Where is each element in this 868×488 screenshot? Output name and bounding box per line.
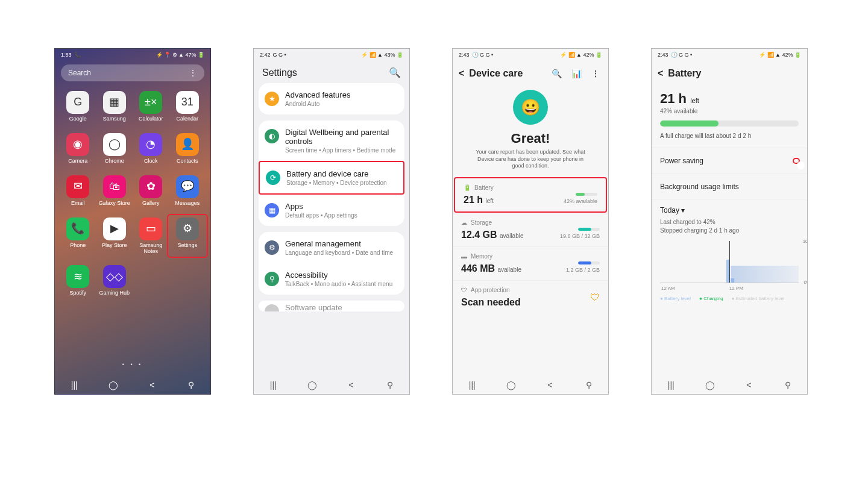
search-icon[interactable]: 🔍	[549, 69, 564, 78]
home-button[interactable]: ◯	[704, 380, 716, 390]
settings-item-title: General management	[285, 239, 393, 248]
more-icon[interactable]: ⋮	[189, 68, 197, 78]
memory-row[interactable]: ▬Memory 446 MB available 1.2 GB / 2 GB	[453, 246, 608, 280]
app-camera[interactable]: ◉Camera	[60, 133, 96, 164]
app-label: Google	[69, 116, 87, 122]
settings-item-title: Battery and device care	[286, 169, 387, 178]
pct-available: 42% available	[660, 108, 799, 114]
legend-charging: Charging	[699, 296, 723, 301]
accessibility-button[interactable]: ⚲	[782, 380, 794, 390]
recents-button[interactable]: |||	[665, 380, 677, 390]
app-calculator[interactable]: ±×Calculator	[133, 91, 169, 122]
app-icon: ✿	[139, 175, 162, 198]
x-right: 12 PM	[729, 286, 743, 291]
recents-button[interactable]: |||	[68, 380, 80, 390]
status-icons: ⚡ 📶 ▲ 42% 🔋	[759, 52, 801, 58]
app-label: Email	[71, 201, 85, 207]
settings-item-subtitle: Default apps • App settings	[285, 212, 357, 219]
recents-button[interactable]: |||	[267, 380, 279, 390]
app-icon: ✉	[66, 175, 89, 198]
app-search-bar[interactable]: Search ⋮	[61, 64, 204, 81]
phone-icon: 📞	[74, 52, 81, 58]
power-saving-row[interactable]: Power saving	[652, 148, 807, 174]
protection-status: Scan needed	[461, 297, 600, 308]
more-icon[interactable]: ⋮	[589, 69, 602, 78]
battery-row[interactable]: 🔋Battery 21 h left 42% available	[454, 177, 607, 213]
app-label: Phone	[70, 243, 86, 249]
back-button[interactable]: <	[544, 380, 556, 390]
storage-icon: ☁	[461, 219, 467, 226]
app-galaxy-store[interactable]: 🛍Galaxy Store	[96, 175, 133, 207]
back-button[interactable]: <	[345, 380, 357, 390]
android-nav-bar: ||| ◯ < ⚲	[55, 376, 210, 394]
bg-usage-limits-row[interactable]: Background usage limits	[652, 174, 807, 199]
settings-item-general-management[interactable]: ⚙General managementLanguage and keyboard…	[259, 232, 404, 263]
app-label: Messages	[175, 201, 200, 207]
settings-item-accessibility[interactable]: ⚲AccessibilityTalkBack • Mono audio • As…	[259, 263, 404, 295]
storage-row[interactable]: ☁Storage 12.4 GB available 19.6 GB / 32 …	[453, 213, 608, 246]
app-icon: ◇◇	[103, 265, 126, 288]
app-email[interactable]: ✉Email	[60, 175, 96, 207]
back-icon[interactable]: <	[459, 68, 464, 79]
android-nav-bar: ||| ◯ < ⚲	[254, 376, 409, 394]
page-title: Device care	[469, 68, 523, 79]
home-button[interactable]: ◯	[306, 380, 318, 390]
app-calendar[interactable]: 31Calendar	[169, 91, 206, 122]
memory-label: Memory	[471, 253, 492, 260]
settings-item-subtitle: Language and keyboard • Date and time	[285, 249, 393, 256]
app-messages[interactable]: 💬Messages	[169, 175, 206, 207]
app-clock[interactable]: ◔Clock	[133, 133, 169, 164]
app-label: Clock	[144, 158, 158, 164]
page-indicator: • • •	[55, 361, 210, 368]
clock-text: 2:43	[658, 52, 668, 58]
app-gallery[interactable]: ✿Gallery	[133, 175, 169, 207]
memory-total: 1.2 GB / 2 GB	[566, 267, 600, 273]
settings-item-software-update[interactable]: Software update	[259, 301, 404, 311]
settings-item-apps[interactable]: ▦AppsDefault apps • App settings	[259, 195, 404, 226]
app-samsung-notes[interactable]: ▭Samsung Notes	[133, 217, 169, 255]
app-play-store[interactable]: ▶Play Store	[96, 217, 133, 255]
power-saving-label: Power saving	[660, 157, 703, 165]
settings-item-digital-wellbeing-and-parental-controls[interactable]: ◐Digital Wellbeing and parental controls…	[259, 120, 404, 161]
status-bar: 2:43 🕓 G G • ⚡ 📶 ▲ 42% 🔋	[453, 49, 608, 61]
home-button[interactable]: ◯	[505, 380, 517, 390]
app-google[interactable]: GGoogle	[60, 91, 96, 122]
app-icon: ⚙	[176, 217, 199, 240]
today-heading[interactable]: Today	[660, 206, 679, 214]
app-chrome[interactable]: ◯Chrome	[96, 133, 133, 164]
app-icon: ▶	[103, 217, 126, 240]
app-label: Contacts	[177, 158, 198, 164]
app-phone[interactable]: 📞Phone	[60, 217, 96, 255]
accessibility-button[interactable]: ⚲	[583, 380, 595, 390]
chart-icon[interactable]: 📊	[569, 69, 584, 78]
settings-item-subtitle: Storage • Memory • Device protection	[286, 180, 387, 186]
status-bar: 1:53📞 ⚡ 📍 ⚙ ▲ 47% 🔋	[55, 49, 210, 61]
search-placeholder: Search	[68, 69, 91, 77]
settings-item-title: Accessibility	[285, 271, 392, 280]
settings-item-battery-and-device-care[interactable]: ⟳Battery and device careStorage • Memory…	[259, 161, 404, 195]
back-button[interactable]: <	[146, 380, 158, 390]
app-settings[interactable]: ⚙Settings	[168, 215, 207, 257]
recents-button[interactable]: |||	[466, 380, 478, 390]
settings-item-advanced-features[interactable]: ★Advanced featuresAndroid Auto	[259, 83, 404, 114]
screen-battery: 2:43 🕓 G G • ⚡ 📶 ▲ 42% 🔋 < Battery 21 h …	[651, 48, 808, 395]
app-contacts[interactable]: 👤Contacts	[169, 133, 206, 164]
power-saving-toggle[interactable]	[794, 159, 799, 163]
app-protection-row[interactable]: 🛡App protection Scan needed 🛡	[453, 280, 608, 314]
app-icon: ◯	[103, 133, 126, 156]
back-icon[interactable]: <	[658, 68, 663, 79]
home-button[interactable]: ◯	[107, 380, 119, 390]
status-heading: Great!	[453, 131, 608, 146]
accessibility-button[interactable]: ⚲	[384, 380, 396, 390]
back-button[interactable]: <	[743, 380, 755, 390]
app-samsung[interactable]: ▦Samsung	[96, 91, 133, 122]
dropdown-icon[interactable]: ▾	[681, 206, 685, 214]
search-icon[interactable]: 🔍	[389, 67, 401, 78]
app-gaming-hub[interactable]: ◇◇Gaming Hub	[96, 265, 133, 296]
app-icon: ◔	[139, 133, 162, 156]
accessibility-button[interactable]: ⚲	[185, 380, 197, 390]
app-label: Samsung	[103, 116, 126, 122]
app-label: Play Store	[102, 243, 127, 249]
app-label: Samsung Notes	[133, 243, 169, 255]
app-spotify[interactable]: ≋Spotify	[60, 265, 96, 296]
